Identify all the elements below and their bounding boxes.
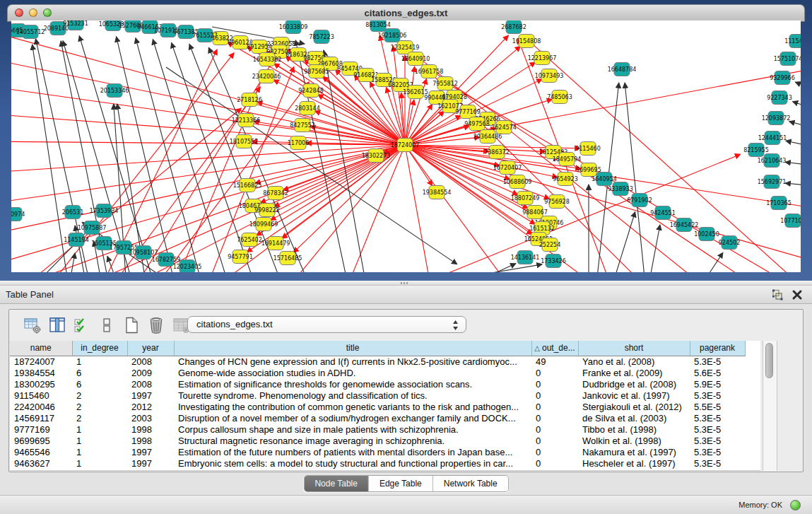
graph-edge[interactable] — [107, 256, 115, 272]
table-row[interactable]: 1938455462009Genome-wide association stu… — [10, 367, 745, 378]
table-cell: Investigating the contribution of common… — [174, 401, 531, 412]
column-header-title[interactable]: title — [174, 341, 531, 356]
table-cell: Wolkin et al. (1998) — [578, 435, 690, 446]
row-selection-icon[interactable] — [96, 315, 117, 336]
table-row[interactable]: 1830029562008Estimation of significance … — [10, 378, 745, 390]
graph-node-label: 15166825 — [233, 182, 262, 189]
table-cell: 0 — [531, 401, 578, 412]
table-cell: Nakamura et al. (1997) — [578, 446, 690, 457]
tab-edge-table[interactable]: Edge Table — [369, 476, 433, 491]
column-header-pagerank[interactable]: pagerank — [690, 341, 745, 356]
network-canvas[interactable]: 7463822896012889129542322605898275051654… — [11, 21, 801, 272]
split-pane-divider[interactable] — [0, 281, 812, 286]
graph-node-label: 19218506 — [378, 33, 407, 39]
column-header-out_de[interactable]: △out_de... — [531, 341, 578, 356]
table-cell: 1 — [72, 446, 127, 457]
table-cell: Tourette syndrome. Phenomenology and cla… — [174, 390, 531, 401]
graph-node-label: 12213967 — [528, 55, 557, 62]
table-source-select[interactable]: citations_edges.txt — [187, 316, 466, 333]
graph-edge[interactable] — [405, 64, 801, 145]
graph-node-label: 9227343 — [767, 95, 792, 101]
graph-node-label: 10975887 — [78, 225, 107, 231]
table-cell: 0 — [531, 424, 578, 435]
graph-edge[interactable] — [789, 122, 801, 126]
table-row[interactable]: 1456911722003Disruption of a novel membe… — [10, 412, 745, 424]
graph-node-label: 1115404 — [784, 38, 801, 45]
graph-node-label: 23420046 — [252, 74, 281, 80]
graph-node-label: 18495794 — [553, 156, 582, 163]
table-row[interactable]: 1872400712008Changes of HCN gene express… — [10, 356, 745, 367]
graph-edge[interactable] — [795, 82, 801, 86]
table-cell: Hescheler et al. (1997) — [578, 457, 690, 469]
graph-edge[interactable] — [466, 264, 542, 272]
select-all-icon[interactable] — [71, 315, 93, 336]
graph-edge[interactable] — [136, 38, 200, 272]
table-cell: Structural magnetic resonance image aver… — [174, 435, 531, 446]
sort-ascending-icon: △ — [534, 344, 540, 352]
table-cell: Stergiakouli et al. (2012) — [578, 401, 690, 412]
memory-status-indicator-icon[interactable] — [790, 500, 801, 510]
table-cell: 1998 — [127, 424, 174, 435]
table-row[interactable]: 977716911998Corpus callosum shape and si… — [10, 424, 745, 435]
column-header-year[interactable]: year — [127, 341, 174, 356]
graph-node-label: 17353934 — [90, 208, 119, 214]
table-cell: de Silva et al. (2003) — [578, 412, 690, 424]
table-cell: 2 — [72, 401, 127, 412]
graph-edge[interactable] — [71, 253, 75, 272]
graph-edge[interactable] — [314, 111, 405, 145]
table-cell: 1 — [72, 424, 127, 435]
node-layer: 7463822896012889129542322605898275051654… — [11, 21, 801, 272]
column-header-name[interactable]: name — [10, 341, 72, 356]
table-cell: 9115460 — [10, 390, 72, 401]
graph-edge[interactable] — [786, 141, 801, 145]
graph-node-label: 9756928 — [544, 199, 570, 205]
column-header-in_degree[interactable]: in_degree — [72, 341, 127, 356]
column-header-short[interactable]: short — [578, 341, 690, 356]
table-header-row: namein_degreeyeartitle△out_de...shortpag… — [10, 341, 745, 356]
table-cell: Jankovic et al. (1997) — [578, 390, 690, 401]
table-row[interactable]: 946554611997Estimation of the future num… — [10, 446, 745, 457]
graph-node-label: 206531 — [62, 209, 84, 216]
table-cell: 6 — [72, 378, 127, 390]
close-panel-icon[interactable] — [791, 288, 804, 301]
graph-edge[interactable] — [615, 212, 635, 272]
graph-node-label: 9875685 — [304, 69, 329, 75]
graph-edge[interactable] — [625, 83, 645, 272]
table-row[interactable]: 911546021997Tourette syndrome. Phenomeno… — [10, 390, 745, 401]
graph-edge[interactable] — [11, 141, 405, 145]
tab-network-table[interactable]: Network Table — [433, 476, 508, 491]
graph-edge[interactable] — [785, 162, 801, 165]
delete-selected-icon[interactable] — [146, 315, 167, 336]
table-panel-title: Table Panel — [6, 286, 54, 304]
tab-node-table[interactable]: Node Table — [304, 476, 369, 491]
graph-node-label: 8678342 — [263, 190, 288, 197]
table-options-icon[interactable] — [22, 315, 43, 336]
graph-node-label: 18099469 — [249, 221, 278, 228]
table-cell: 5.3E-5 — [690, 356, 745, 367]
table-row[interactable]: 969969511998Structural magnetic resonanc… — [10, 435, 745, 446]
graph-node-label: 880974 — [11, 211, 25, 218]
node-table-container: f(x) citations_edges.txt — [8, 309, 804, 472]
graph-edge[interactable] — [650, 225, 660, 272]
new-document-icon[interactable] — [121, 315, 142, 336]
graph-node-label: 2687682 — [501, 24, 526, 30]
graph-node-label: 16648784 — [608, 66, 637, 73]
status-bar: Memory: OK — [0, 495, 812, 514]
table-cell: 5.3E-5 — [690, 424, 745, 435]
graph-edge[interactable] — [785, 183, 801, 185]
float-panel-icon[interactable] — [771, 288, 784, 301]
graph-node-label: 2803144 — [295, 105, 320, 112]
graph-node-label: 15692971 — [758, 179, 787, 185]
show-columns-icon[interactable] — [47, 315, 68, 336]
table-scrollbar[interactable] — [763, 341, 777, 471]
table-row[interactable]: 2242004622012Investigating the contribut… — [10, 401, 745, 412]
graph-edge[interactable] — [792, 102, 801, 106]
table-row[interactable]: 946362711997Embryonic stem cells: a mode… — [10, 457, 745, 469]
table-cell: 2012 — [127, 401, 174, 412]
graph-node-label: 9115460 — [575, 146, 601, 152]
graph-edge[interactable] — [405, 145, 801, 269]
table-scrollbar-thumb[interactable] — [765, 343, 773, 378]
graph-edge[interactable] — [11, 145, 405, 237]
network-window-titlebar[interactable]: citations_edges.txt — [7, 4, 805, 22]
table-cell: 0 — [531, 435, 578, 446]
